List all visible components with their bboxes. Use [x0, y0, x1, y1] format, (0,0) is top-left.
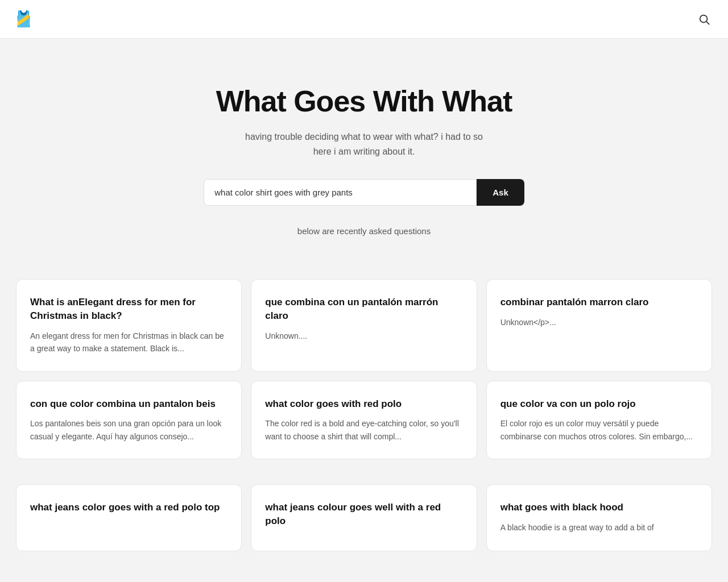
svg-line-1 — [706, 22, 709, 24]
card-row1-2[interactable]: combinar pantalón marron claro Unknown</… — [486, 279, 712, 371]
cards-grid-row2: con que color combina un pantalon beis L… — [0, 381, 728, 476]
card-excerpt: Unknown</p>... — [500, 316, 698, 329]
hero-subtitle: having trouble deciding what to wear wit… — [14, 130, 714, 159]
card-title: que color va con un polo rojo — [500, 397, 698, 411]
card-title: what jeans colour goes well with a red p… — [265, 501, 462, 528]
card-excerpt: El color rojo es un color muy versátil y… — [500, 417, 698, 443]
cards-grid-row3: what jeans color goes with a red polo to… — [0, 484, 728, 567]
card-title: con que color combina un pantalon beis — [30, 397, 228, 411]
card-title: what color goes with red polo — [265, 397, 462, 411]
card-excerpt: An elegant dress for men for Christmas i… — [30, 330, 228, 355]
card-row3-0[interactable]: what jeans color goes with a red polo to… — [16, 484, 242, 551]
page-title: What Goes With What — [14, 84, 714, 118]
card-row1-1[interactable]: que combina con un pantalón marrón claro… — [251, 279, 477, 371]
card-row2-1[interactable]: what color goes with red polo The color … — [251, 381, 477, 460]
logo[interactable]: 🎽 — [14, 10, 34, 28]
card-row3-1[interactable]: what jeans colour goes well with a red p… — [251, 484, 477, 551]
search-icon — [698, 13, 710, 26]
cards-grid-row1: What is anElegant dress for men for Chri… — [0, 279, 728, 371]
recent-label: below are recently asked questions — [14, 226, 714, 236]
card-title: what jeans color goes with a red polo to… — [30, 501, 228, 514]
card-row2-2[interactable]: que color va con un polo rojo El color r… — [486, 381, 712, 460]
header: 🎽 — [0, 0, 728, 39]
card-excerpt: Unknown.... — [265, 330, 462, 342]
search-input[interactable] — [204, 179, 477, 206]
card-row1-0[interactable]: What is anElegant dress for men for Chri… — [16, 279, 242, 371]
card-excerpt: A black hoodie is a great way to add a b… — [500, 521, 698, 534]
logo-emoji: 🎽 — [14, 10, 34, 28]
hero-section: What Goes With What having trouble decid… — [0, 39, 728, 279]
search-bar: Ask — [14, 179, 714, 206]
card-row2-0[interactable]: con que color combina un pantalon beis L… — [16, 381, 242, 460]
card-row3-2[interactable]: what goes with black hood A black hoodie… — [486, 484, 712, 551]
header-search-button[interactable] — [694, 9, 714, 30]
card-excerpt: The color red is a bold and eye-catching… — [265, 417, 462, 443]
svg-point-0 — [700, 15, 708, 22]
ask-button[interactable]: Ask — [477, 179, 524, 206]
card-title: que combina con un pantalón marrón claro — [265, 296, 462, 323]
card-excerpt: Los pantalones beis son una gran opción … — [30, 417, 228, 443]
card-title: what goes with black hood — [500, 501, 698, 514]
card-title: combinar pantalón marron claro — [500, 296, 698, 309]
card-title: What is anElegant dress for men for Chri… — [30, 296, 228, 323]
